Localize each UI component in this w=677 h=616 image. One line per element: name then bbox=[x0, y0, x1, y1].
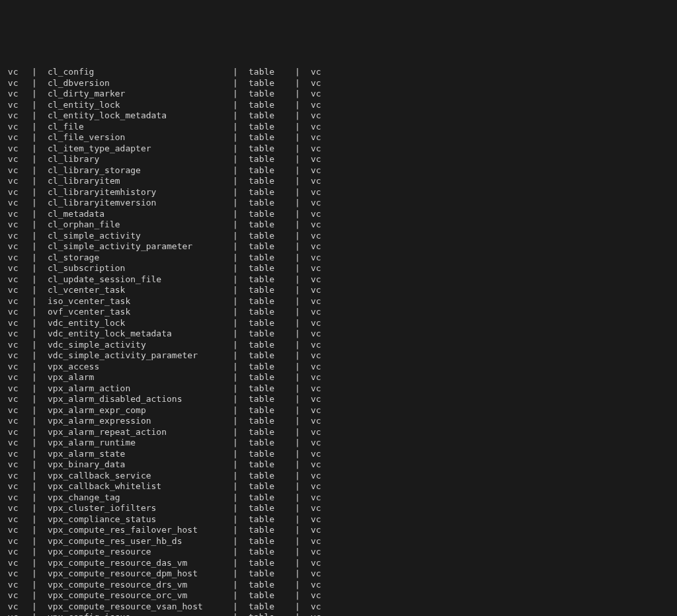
separator: | bbox=[222, 580, 249, 591]
separator: | bbox=[21, 383, 48, 395]
schema-cell: vc bbox=[3, 590, 21, 601]
separator: | bbox=[21, 307, 48, 318]
schema-cell: vc bbox=[3, 154, 21, 165]
separator: | bbox=[222, 590, 249, 601]
owner-cell: vc bbox=[311, 110, 321, 122]
owner-cell: vc bbox=[311, 492, 321, 504]
type-cell: table bbox=[249, 263, 284, 274]
name-cell: vpx_alarm_disabled_actions bbox=[48, 394, 222, 405]
separator: | bbox=[21, 100, 48, 111]
separator: | bbox=[284, 285, 311, 296]
separator: | bbox=[222, 110, 249, 122]
table-row: vc|vpx_alarm|table|vc bbox=[3, 372, 674, 383]
separator: | bbox=[222, 285, 249, 296]
table-row: vc|vdc_simple_activity_parameter|table|v… bbox=[3, 350, 674, 362]
name-cell: iso_vcenter_task bbox=[48, 296, 222, 307]
owner-cell: vc bbox=[311, 100, 321, 111]
table-row: vc|cl_entity_lock_metadata|table|vc bbox=[3, 110, 674, 122]
owner-cell: vc bbox=[311, 427, 321, 438]
type-cell: table bbox=[249, 187, 284, 198]
separator: | bbox=[222, 78, 249, 89]
name-cell: vpx_callback_whitelist bbox=[48, 481, 222, 492]
table-row: vc|vpx_alarm_action|table|vc bbox=[3, 383, 674, 395]
name-cell: cl_metadata bbox=[48, 209, 222, 220]
separator: | bbox=[222, 394, 249, 405]
separator: | bbox=[21, 372, 48, 383]
schema-cell: vc bbox=[3, 198, 21, 209]
owner-cell: vc bbox=[311, 601, 321, 613]
type-cell: table bbox=[249, 296, 284, 307]
owner-cell: vc bbox=[311, 231, 321, 242]
type-cell: table bbox=[249, 209, 284, 220]
separator: | bbox=[284, 176, 311, 187]
separator: | bbox=[21, 536, 48, 547]
type-cell: table bbox=[249, 612, 284, 616]
owner-cell: vc bbox=[311, 449, 321, 460]
name-cell: cl_libraryitemversion bbox=[48, 198, 222, 209]
separator: | bbox=[21, 427, 48, 438]
separator: | bbox=[222, 252, 249, 264]
separator: | bbox=[21, 481, 48, 492]
separator: | bbox=[21, 612, 48, 616]
type-cell: table bbox=[249, 405, 284, 416]
separator: | bbox=[222, 383, 249, 395]
owner-cell: vc bbox=[311, 143, 321, 155]
separator: | bbox=[222, 165, 249, 176]
separator: | bbox=[222, 143, 249, 155]
owner-cell: vc bbox=[311, 274, 321, 286]
table-listing: vc|cl_config|table|vc vc|cl_dbversion|ta… bbox=[3, 67, 674, 616]
separator: | bbox=[21, 459, 48, 471]
schema-cell: vc bbox=[3, 394, 21, 405]
separator: | bbox=[284, 612, 311, 616]
owner-cell: vc bbox=[311, 252, 321, 264]
owner-cell: vc bbox=[311, 612, 321, 616]
separator: | bbox=[222, 492, 249, 504]
name-cell: vdc_entity_lock bbox=[48, 318, 222, 329]
type-cell: table bbox=[249, 241, 284, 252]
separator: | bbox=[284, 209, 311, 220]
type-cell: table bbox=[249, 503, 284, 514]
owner-cell: vc bbox=[311, 89, 321, 100]
separator: | bbox=[284, 307, 311, 318]
separator: | bbox=[21, 601, 48, 613]
table-row: vc|cl_config|table|vc bbox=[3, 67, 674, 78]
schema-cell: vc bbox=[3, 110, 21, 122]
separator: | bbox=[222, 568, 249, 580]
table-row: vc|cl_entity_lock|table|vc bbox=[3, 100, 674, 111]
separator: | bbox=[21, 416, 48, 427]
separator: | bbox=[284, 492, 311, 504]
terminal-output[interactable]: vc|cl_config|table|vc vc|cl_dbversion|ta… bbox=[3, 45, 674, 616]
separator: | bbox=[284, 525, 311, 536]
separator: | bbox=[21, 525, 48, 536]
owner-cell: vc bbox=[311, 547, 321, 558]
schema-cell: vc bbox=[3, 503, 21, 514]
table-row: vc|vpx_compute_res_failover_host|table|v… bbox=[3, 525, 674, 536]
owner-cell: vc bbox=[311, 362, 321, 373]
separator: | bbox=[222, 372, 249, 383]
type-cell: table bbox=[249, 285, 284, 296]
owner-cell: vc bbox=[311, 340, 321, 351]
separator: | bbox=[284, 110, 311, 122]
separator: | bbox=[21, 568, 48, 580]
type-cell: table bbox=[249, 558, 284, 569]
schema-cell: vc bbox=[3, 340, 21, 351]
separator: | bbox=[222, 67, 249, 78]
name-cell: vdc_entity_lock_metadata bbox=[48, 328, 222, 340]
name-cell: cl_vcenter_task bbox=[48, 285, 222, 296]
table-row: vc|iso_vcenter_task|table|vc bbox=[3, 296, 674, 307]
schema-cell: vc bbox=[3, 481, 21, 492]
separator: | bbox=[21, 558, 48, 569]
separator: | bbox=[21, 438, 48, 449]
name-cell: cl_simple_activity_parameter bbox=[48, 241, 222, 252]
owner-cell: vc bbox=[311, 471, 321, 482]
type-cell: table bbox=[249, 459, 284, 471]
type-cell: table bbox=[249, 525, 284, 536]
name-cell: cl_update_session_file bbox=[48, 274, 222, 286]
table-row: vc|vpx_alarm_disabled_actions|table|vc bbox=[3, 394, 674, 405]
separator: | bbox=[284, 67, 311, 78]
separator: | bbox=[21, 143, 48, 155]
schema-cell: vc bbox=[3, 231, 21, 242]
type-cell: table bbox=[249, 601, 284, 613]
schema-cell: vc bbox=[3, 350, 21, 362]
schema-cell: vc bbox=[3, 67, 21, 78]
